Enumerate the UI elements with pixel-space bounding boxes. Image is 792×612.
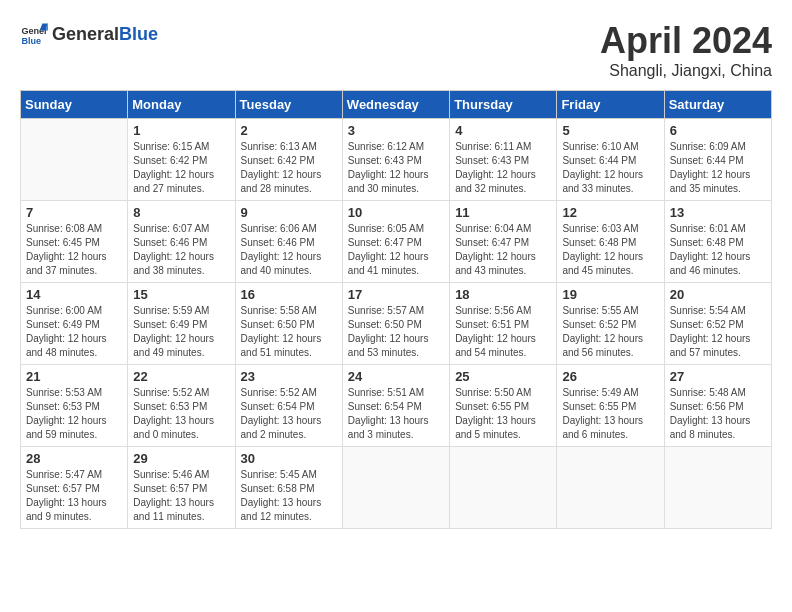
calendar-day-cell: 23Sunrise: 5:52 AM Sunset: 6:54 PM Dayli…	[235, 365, 342, 447]
day-number: 8	[133, 205, 229, 220]
calendar-day-cell: 7Sunrise: 6:08 AM Sunset: 6:45 PM Daylig…	[21, 201, 128, 283]
day-number: 13	[670, 205, 766, 220]
day-number: 26	[562, 369, 658, 384]
calendar-day-cell: 30Sunrise: 5:45 AM Sunset: 6:58 PM Dayli…	[235, 447, 342, 529]
day-info: Sunrise: 6:11 AM Sunset: 6:43 PM Dayligh…	[455, 140, 551, 196]
day-number: 24	[348, 369, 444, 384]
day-number: 6	[670, 123, 766, 138]
day-info: Sunrise: 6:10 AM Sunset: 6:44 PM Dayligh…	[562, 140, 658, 196]
day-number: 5	[562, 123, 658, 138]
location-title: Shangli, Jiangxi, China	[600, 62, 772, 80]
calendar-header-tuesday: Tuesday	[235, 91, 342, 119]
day-info: Sunrise: 6:01 AM Sunset: 6:48 PM Dayligh…	[670, 222, 766, 278]
day-number: 29	[133, 451, 229, 466]
day-info: Sunrise: 5:47 AM Sunset: 6:57 PM Dayligh…	[26, 468, 122, 524]
svg-text:Blue: Blue	[21, 36, 41, 46]
day-number: 7	[26, 205, 122, 220]
page-header: General Blue GeneralBlue April 2024 Shan…	[20, 20, 772, 80]
logo-blue: Blue	[119, 24, 158, 44]
calendar-day-cell: 1Sunrise: 6:15 AM Sunset: 6:42 PM Daylig…	[128, 119, 235, 201]
day-info: Sunrise: 6:05 AM Sunset: 6:47 PM Dayligh…	[348, 222, 444, 278]
calendar-day-cell	[450, 447, 557, 529]
logo-text: GeneralBlue	[52, 24, 158, 45]
day-info: Sunrise: 5:51 AM Sunset: 6:54 PM Dayligh…	[348, 386, 444, 442]
calendar-day-cell: 11Sunrise: 6:04 AM Sunset: 6:47 PM Dayli…	[450, 201, 557, 283]
calendar-day-cell: 9Sunrise: 6:06 AM Sunset: 6:46 PM Daylig…	[235, 201, 342, 283]
logo-general: General	[52, 24, 119, 44]
day-number: 25	[455, 369, 551, 384]
calendar-day-cell	[342, 447, 449, 529]
calendar-day-cell: 19Sunrise: 5:55 AM Sunset: 6:52 PM Dayli…	[557, 283, 664, 365]
calendar-day-cell: 4Sunrise: 6:11 AM Sunset: 6:43 PM Daylig…	[450, 119, 557, 201]
calendar-table: SundayMondayTuesdayWednesdayThursdayFrid…	[20, 90, 772, 529]
day-info: Sunrise: 6:06 AM Sunset: 6:46 PM Dayligh…	[241, 222, 337, 278]
calendar-day-cell: 13Sunrise: 6:01 AM Sunset: 6:48 PM Dayli…	[664, 201, 771, 283]
day-number: 17	[348, 287, 444, 302]
calendar-day-cell: 3Sunrise: 6:12 AM Sunset: 6:43 PM Daylig…	[342, 119, 449, 201]
calendar-day-cell: 2Sunrise: 6:13 AM Sunset: 6:42 PM Daylig…	[235, 119, 342, 201]
day-number: 18	[455, 287, 551, 302]
day-info: Sunrise: 6:00 AM Sunset: 6:49 PM Dayligh…	[26, 304, 122, 360]
day-info: Sunrise: 5:48 AM Sunset: 6:56 PM Dayligh…	[670, 386, 766, 442]
calendar-week-row: 21Sunrise: 5:53 AM Sunset: 6:53 PM Dayli…	[21, 365, 772, 447]
day-info: Sunrise: 5:49 AM Sunset: 6:55 PM Dayligh…	[562, 386, 658, 442]
calendar-day-cell	[557, 447, 664, 529]
calendar-week-row: 14Sunrise: 6:00 AM Sunset: 6:49 PM Dayli…	[21, 283, 772, 365]
day-info: Sunrise: 5:46 AM Sunset: 6:57 PM Dayligh…	[133, 468, 229, 524]
calendar-header-friday: Friday	[557, 91, 664, 119]
logo: General Blue GeneralBlue	[20, 20, 158, 48]
day-number: 30	[241, 451, 337, 466]
day-number: 23	[241, 369, 337, 384]
day-info: Sunrise: 6:03 AM Sunset: 6:48 PM Dayligh…	[562, 222, 658, 278]
calendar-day-cell: 15Sunrise: 5:59 AM Sunset: 6:49 PM Dayli…	[128, 283, 235, 365]
calendar-day-cell: 25Sunrise: 5:50 AM Sunset: 6:55 PM Dayli…	[450, 365, 557, 447]
calendar-day-cell	[664, 447, 771, 529]
day-number: 22	[133, 369, 229, 384]
calendar-header-thursday: Thursday	[450, 91, 557, 119]
calendar-day-cell: 18Sunrise: 5:56 AM Sunset: 6:51 PM Dayli…	[450, 283, 557, 365]
day-info: Sunrise: 6:15 AM Sunset: 6:42 PM Dayligh…	[133, 140, 229, 196]
day-info: Sunrise: 5:45 AM Sunset: 6:58 PM Dayligh…	[241, 468, 337, 524]
calendar-day-cell: 14Sunrise: 6:00 AM Sunset: 6:49 PM Dayli…	[21, 283, 128, 365]
calendar-day-cell: 26Sunrise: 5:49 AM Sunset: 6:55 PM Dayli…	[557, 365, 664, 447]
day-number: 20	[670, 287, 766, 302]
calendar-header-saturday: Saturday	[664, 91, 771, 119]
calendar-header-wednesday: Wednesday	[342, 91, 449, 119]
day-info: Sunrise: 6:07 AM Sunset: 6:46 PM Dayligh…	[133, 222, 229, 278]
day-info: Sunrise: 6:08 AM Sunset: 6:45 PM Dayligh…	[26, 222, 122, 278]
calendar-day-cell	[21, 119, 128, 201]
calendar-header-monday: Monday	[128, 91, 235, 119]
day-number: 11	[455, 205, 551, 220]
day-number: 10	[348, 205, 444, 220]
calendar-day-cell: 27Sunrise: 5:48 AM Sunset: 6:56 PM Dayli…	[664, 365, 771, 447]
logo-icon: General Blue	[20, 20, 48, 48]
day-info: Sunrise: 5:56 AM Sunset: 6:51 PM Dayligh…	[455, 304, 551, 360]
calendar-day-cell: 29Sunrise: 5:46 AM Sunset: 6:57 PM Dayli…	[128, 447, 235, 529]
month-title: April 2024	[600, 20, 772, 62]
day-number: 2	[241, 123, 337, 138]
calendar-day-cell: 8Sunrise: 6:07 AM Sunset: 6:46 PM Daylig…	[128, 201, 235, 283]
day-info: Sunrise: 5:53 AM Sunset: 6:53 PM Dayligh…	[26, 386, 122, 442]
calendar-week-row: 1Sunrise: 6:15 AM Sunset: 6:42 PM Daylig…	[21, 119, 772, 201]
day-info: Sunrise: 5:59 AM Sunset: 6:49 PM Dayligh…	[133, 304, 229, 360]
day-info: Sunrise: 6:04 AM Sunset: 6:47 PM Dayligh…	[455, 222, 551, 278]
calendar-day-cell: 17Sunrise: 5:57 AM Sunset: 6:50 PM Dayli…	[342, 283, 449, 365]
day-info: Sunrise: 5:52 AM Sunset: 6:53 PM Dayligh…	[133, 386, 229, 442]
day-number: 19	[562, 287, 658, 302]
calendar-day-cell: 12Sunrise: 6:03 AM Sunset: 6:48 PM Dayli…	[557, 201, 664, 283]
day-info: Sunrise: 6:12 AM Sunset: 6:43 PM Dayligh…	[348, 140, 444, 196]
calendar-day-cell: 24Sunrise: 5:51 AM Sunset: 6:54 PM Dayli…	[342, 365, 449, 447]
day-info: Sunrise: 5:57 AM Sunset: 6:50 PM Dayligh…	[348, 304, 444, 360]
day-number: 12	[562, 205, 658, 220]
calendar-week-row: 7Sunrise: 6:08 AM Sunset: 6:45 PM Daylig…	[21, 201, 772, 283]
day-info: Sunrise: 6:09 AM Sunset: 6:44 PM Dayligh…	[670, 140, 766, 196]
day-number: 15	[133, 287, 229, 302]
calendar-day-cell: 28Sunrise: 5:47 AM Sunset: 6:57 PM Dayli…	[21, 447, 128, 529]
day-number: 4	[455, 123, 551, 138]
day-info: Sunrise: 5:58 AM Sunset: 6:50 PM Dayligh…	[241, 304, 337, 360]
day-number: 21	[26, 369, 122, 384]
calendar-header-sunday: Sunday	[21, 91, 128, 119]
calendar-header-row: SundayMondayTuesdayWednesdayThursdayFrid…	[21, 91, 772, 119]
calendar-day-cell: 22Sunrise: 5:52 AM Sunset: 6:53 PM Dayli…	[128, 365, 235, 447]
day-number: 16	[241, 287, 337, 302]
